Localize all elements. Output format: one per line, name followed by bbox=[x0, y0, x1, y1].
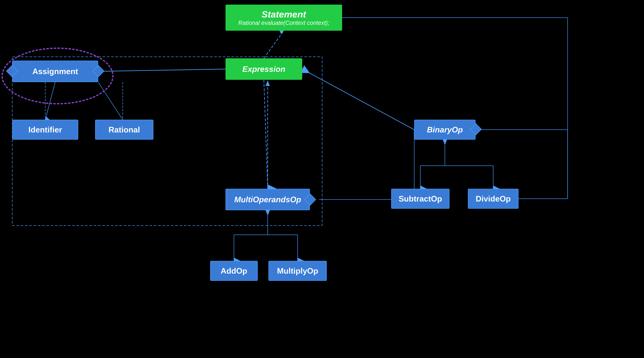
expression-node: Expression bbox=[226, 58, 302, 80]
diagram-container: Statement Rational evaluate(Context cont… bbox=[0, 0, 644, 358]
rational-node: Rational bbox=[95, 120, 154, 140]
svg-line-4 bbox=[98, 69, 226, 71]
multioperandsop-node: MultiOperandsOp bbox=[226, 189, 310, 210]
svg-marker-27 bbox=[266, 210, 270, 216]
svg-line-9 bbox=[302, 69, 414, 130]
connections-svg bbox=[0, 0, 644, 358]
svg-line-8 bbox=[264, 80, 268, 189]
svg-line-3 bbox=[264, 31, 284, 58]
statement-node: Statement Rational evaluate(Context cont… bbox=[226, 4, 342, 31]
statement-title: Statement bbox=[262, 9, 306, 20]
multiplyop-node: MultiplyOp bbox=[268, 261, 327, 281]
binaryop-node: BinaryOp bbox=[414, 120, 476, 140]
statement-subtitle: Rational evaluate(Context context); bbox=[238, 20, 329, 26]
assignment-label: Assignment bbox=[32, 67, 78, 76]
svg-marker-22 bbox=[266, 80, 270, 86]
addop-node: AddOp bbox=[210, 261, 258, 281]
multioperandsop-right-diamond bbox=[304, 194, 316, 206]
multioperandsop-label: MultiOperandsOp bbox=[234, 195, 301, 204]
divideop-node: DivideOp bbox=[468, 189, 518, 209]
assignment-node: Assignment bbox=[12, 60, 98, 82]
svg-marker-20 bbox=[443, 140, 447, 145]
binaryop-right-diamond bbox=[470, 123, 482, 135]
subtractop-node: SubtractOp bbox=[391, 189, 450, 209]
binaryop-label: BinaryOp bbox=[427, 125, 463, 134]
identifier-node: Identifier bbox=[12, 120, 78, 140]
